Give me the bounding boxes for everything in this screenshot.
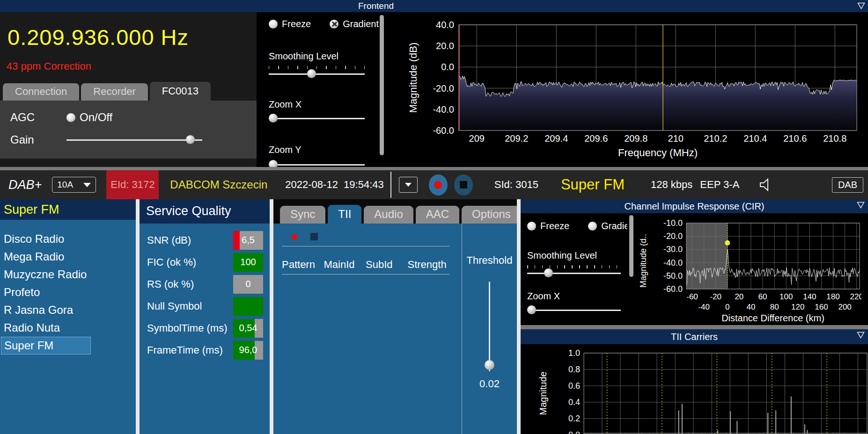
frontend-spectrum-plot[interactable]: 40.020.00.0-20.0-40.0-60.0209209.2209.42… <box>385 12 868 167</box>
svg-text:180: 180 <box>826 292 839 301</box>
channel-dropdown[interactable]: 10A <box>52 177 96 193</box>
ensemble-id-badge: EId: 3172 <box>106 170 159 199</box>
frequency-display: 0.209.936.000 Hz <box>0 12 257 50</box>
spectrum-scrollbar[interactable] <box>380 15 384 155</box>
gain-slider[interactable] <box>66 135 202 145</box>
station-list-item[interactable]: Muzyczne Radio <box>0 266 136 283</box>
svg-text:-40: -40 <box>698 303 710 311</box>
zoom-x-slider[interactable] <box>527 305 621 315</box>
tii-red-dot-indicator <box>291 234 297 240</box>
gradient-label: Gradient <box>343 19 379 29</box>
tab-options[interactable]: Options <box>462 206 521 224</box>
service-quality-title: Service Quality <box>140 199 270 224</box>
stop-square-icon <box>460 181 467 188</box>
splitter[interactable] <box>136 199 140 434</box>
tii-column-subid: SubId <box>366 259 408 271</box>
detail-tabs-panel: SyncTIIAudioAACOptions PatternMainIdSubI… <box>273 199 517 434</box>
sq-row-bar: 100 <box>233 253 263 272</box>
zoom-x-slider[interactable] <box>269 114 365 123</box>
top-section: 0.209.936.000 Hz 43 ppm Correction Conne… <box>0 12 868 167</box>
threshold-slider[interactable] <box>485 282 495 371</box>
service-quality-rows: SNR (dB)6,5FIC (ok %)100RS (ok %)0Null S… <box>140 224 270 361</box>
gradient-checkbox[interactable]: Gradient <box>588 221 627 231</box>
gradient-checkbox[interactable]: Gradient <box>330 19 379 29</box>
smoothing-slider[interactable] <box>269 69 365 79</box>
speaker-icon[interactable] <box>758 177 774 193</box>
sq-row-label: SymbolTime (ms) <box>147 322 233 334</box>
freeze-gradient-row: FreezeGradient <box>527 221 627 231</box>
tab-aac[interactable]: AAC <box>416 206 459 224</box>
cir-scrollbar-area <box>627 213 635 325</box>
sq-row-label: SNR (dB) <box>147 234 233 246</box>
service-quality-panel: Service Quality SNR (dB)6,5FIC (ok %)100… <box>140 199 270 434</box>
smoothing-level-label: Smoothing Level <box>527 250 627 261</box>
standard-badge: DAB <box>832 177 863 193</box>
smoothing-slider-track <box>269 73 365 75</box>
tii-tab-content: PatternMainIdSubIdStrength Threshold 0.0… <box>273 224 517 434</box>
recorder-dropdown-button[interactable] <box>399 177 418 193</box>
station-list-item[interactable]: Profeto <box>0 283 136 301</box>
smoothing-tick-marks <box>269 66 365 69</box>
svg-text:-50.0: -50.0 <box>663 271 683 281</box>
smoothing-slider-handle[interactable] <box>544 268 553 277</box>
svg-text:Frequency (MHz): Frequency (MHz) <box>618 147 698 159</box>
freeze-checkbox[interactable]: Freeze <box>269 19 311 29</box>
svg-text:Distance Difference (km): Distance Difference (km) <box>721 313 824 323</box>
splitter[interactable] <box>517 199 521 434</box>
svg-text:0.4: 0.4 <box>568 398 580 407</box>
freeze-circle-icon <box>269 20 278 29</box>
cir-scrollbar[interactable] <box>629 215 633 277</box>
stop-button[interactable] <box>454 174 473 195</box>
protection-label: EEP 3-A <box>700 179 739 191</box>
tab-connection[interactable]: Connection <box>3 83 79 101</box>
sq-row-bar: 6,5 <box>233 231 263 250</box>
station-list-item[interactable]: Mega Radio <box>0 248 136 266</box>
svg-text:210.6: 210.6 <box>783 133 807 144</box>
horizontal-splitter[interactable] <box>521 325 868 329</box>
svg-text:209: 209 <box>469 133 485 144</box>
tab-fc0013[interactable]: FC0013 <box>150 82 211 101</box>
record-button[interactable] <box>429 174 448 195</box>
zoom-x-slider-track <box>269 118 365 119</box>
freeze-label: Freeze <box>282 19 311 29</box>
ppm-correction-label: 43 ppm Correction <box>7 60 257 72</box>
service-quality-row: SNR (dB)6,5 <box>140 229 270 251</box>
station-list-item[interactable]: Disco Radio <box>0 230 136 248</box>
svg-text:-20.0: -20.0 <box>663 231 683 241</box>
freeze-gradient-row: FreezeGradient <box>269 19 378 29</box>
zoom-x-slider-handle[interactable] <box>269 114 278 123</box>
gain-slider-handle[interactable] <box>186 135 195 144</box>
station-list-item[interactable]: R Jasna Gora <box>0 301 136 319</box>
bottom-section: Super FM Disco RadioMega RadioMuzyczne R… <box>0 199 868 434</box>
chevron-down-icon <box>405 183 412 187</box>
station-list-item[interactable]: Super FM <box>1 337 91 354</box>
threshold-value: 0.02 <box>479 378 500 390</box>
agc-radio[interactable] <box>66 113 75 122</box>
tab-tii[interactable]: TII <box>328 205 361 224</box>
smoothing-slider[interactable] <box>527 268 621 278</box>
zoom-x-slider-track <box>527 310 621 311</box>
smoothing-slider-handle[interactable] <box>307 69 316 78</box>
tab-sync[interactable]: Sync <box>280 206 325 224</box>
svg-text:220: 220 <box>850 292 861 301</box>
collapse-triangle-icon[interactable] <box>857 332 865 339</box>
collapse-triangle-icon[interactable] <box>857 2 865 9</box>
tab-audio[interactable]: Audio <box>364 206 413 224</box>
station-list-item[interactable]: Radio Nuta <box>0 319 136 337</box>
tii-indicator-row <box>291 233 462 240</box>
threshold-slider-handle[interactable] <box>485 360 494 370</box>
tii-table-header: PatternMainIdSubIdStrength <box>282 259 449 275</box>
tab-recorder[interactable]: Recorder <box>81 83 147 101</box>
zoom-x-slider-handle[interactable] <box>527 305 536 314</box>
svg-text:0.2: 0.2 <box>568 414 580 423</box>
splitter[interactable] <box>270 199 273 434</box>
sq-row-label: FrameTime (ms) <box>147 344 233 356</box>
svg-text:0.0: 0.0 <box>568 430 580 434</box>
tii-square-indicator <box>310 233 318 240</box>
svg-text:140: 140 <box>803 292 816 301</box>
svg-text:100: 100 <box>780 292 793 301</box>
freeze-label: Freeze <box>540 221 569 231</box>
freeze-checkbox[interactable]: Freeze <box>527 221 569 231</box>
collapse-triangle-icon[interactable] <box>857 202 865 209</box>
channel-value: 10A <box>57 180 83 190</box>
